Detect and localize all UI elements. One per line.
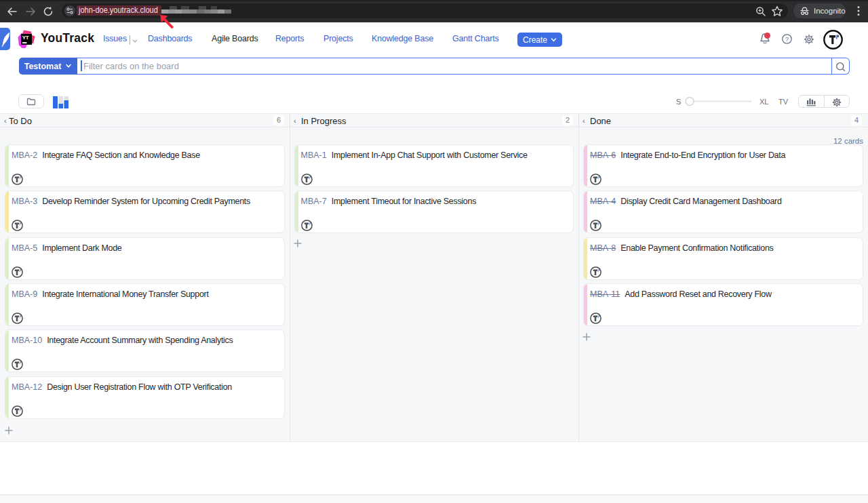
- svg-text:YT: YT: [22, 35, 29, 41]
- svg-text:?: ?: [785, 36, 789, 43]
